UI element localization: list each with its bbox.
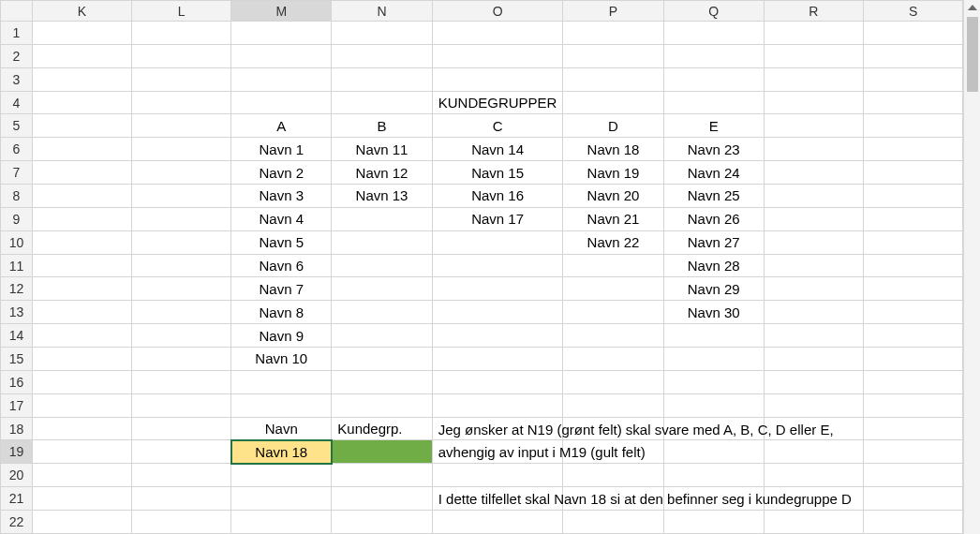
cell-N6[interactable]: Navn 11 [332,138,432,161]
cell-L14[interactable] [132,324,231,348]
cell-S12[interactable] [863,277,962,301]
cell-K20[interactable] [32,464,131,487]
cell-P13[interactable] [563,301,663,324]
cell-M11[interactable]: Navn 6 [231,254,332,277]
cell-L9[interactable] [132,207,231,230]
cell-N1[interactable] [332,22,432,45]
cell-P22[interactable] [563,511,663,534]
cell-L12[interactable] [132,277,231,301]
row-header-17[interactable]: 17 [1,393,33,417]
cell-P2[interactable] [563,44,663,67]
cell-O5[interactable]: C [432,114,563,138]
cell-N16[interactable] [332,370,432,393]
cell-Q16[interactable] [663,370,764,393]
cell-O1[interactable] [432,22,563,45]
column-header-Q[interactable]: Q [663,1,764,22]
cell-Q2[interactable] [663,44,764,67]
cell-M3[interactable] [231,67,332,91]
cell-L22[interactable] [132,511,231,534]
cell-R2[interactable] [764,44,863,67]
cell-O17[interactable] [432,393,563,417]
row-header-15[interactable]: 15 [1,348,33,371]
cell-R10[interactable] [764,230,863,254]
cell-N12[interactable] [332,277,432,301]
cell-L15[interactable] [132,348,231,371]
cell-Q19[interactable] [663,440,764,464]
cell-R20[interactable] [764,464,863,487]
cell-P15[interactable] [563,348,663,371]
cell-N8[interactable]: Navn 13 [332,185,432,208]
cell-P3[interactable] [563,67,663,91]
cell-L13[interactable] [132,301,231,324]
cell-O14[interactable] [432,324,563,348]
cell-S16[interactable] [863,370,962,393]
cell-N7[interactable]: Navn 12 [332,161,432,185]
row-header-19[interactable]: 19 [1,440,33,464]
cell-P12[interactable] [563,277,663,301]
cell-K4[interactable] [32,91,131,114]
cell-S11[interactable] [863,254,962,277]
cell-K13[interactable] [32,301,131,324]
cell-S13[interactable] [863,301,962,324]
cell-P16[interactable] [563,370,663,393]
cell-O7[interactable]: Navn 15 [432,161,563,185]
cell-O12[interactable] [432,277,563,301]
cell-M16[interactable] [231,370,332,393]
cell-Q12[interactable]: Navn 29 [663,277,764,301]
cell-S7[interactable] [863,161,962,185]
cell-S4[interactable] [863,91,962,114]
cell-L7[interactable] [132,161,231,185]
cell-N17[interactable] [332,393,432,417]
row-header-22[interactable]: 22 [1,511,33,534]
column-header-M[interactable]: M [231,1,332,22]
row-header-3[interactable]: 3 [1,67,33,91]
cell-S21[interactable] [863,487,962,511]
cell-R6[interactable] [764,138,863,161]
cell-L3[interactable] [132,67,231,91]
cell-K16[interactable] [32,370,131,393]
cell-S14[interactable] [863,324,962,348]
cell-N2[interactable] [332,44,432,67]
cell-P5[interactable]: D [563,114,663,138]
cell-Q10[interactable]: Navn 27 [663,230,764,254]
cell-S1[interactable] [863,22,962,45]
column-header-K[interactable]: K [32,1,131,22]
cell-P8[interactable]: Navn 20 [563,185,663,208]
cell-Q8[interactable]: Navn 25 [663,185,764,208]
cell-P6[interactable]: Navn 18 [563,138,663,161]
cell-R22[interactable] [764,511,863,534]
cell-N4[interactable] [332,91,432,114]
cell-L21[interactable] [132,487,231,511]
cell-O20[interactable] [432,464,563,487]
cell-K9[interactable] [32,207,131,230]
cell-K22[interactable] [32,511,131,534]
cell-Q22[interactable] [663,511,764,534]
cell-K15[interactable] [32,348,131,371]
cell-S18[interactable] [863,417,962,440]
cell-M13[interactable]: Navn 8 [231,301,332,324]
column-header-R[interactable]: R [764,1,863,22]
cell-N10[interactable] [332,230,432,254]
cell-Q7[interactable]: Navn 24 [663,161,764,185]
row-header-6[interactable]: 6 [1,138,33,161]
cell-S10[interactable] [863,230,962,254]
cell-O2[interactable] [432,44,563,67]
cell-Q1[interactable] [663,22,764,45]
cell-M6[interactable]: Navn 1 [231,138,332,161]
cell-N3[interactable] [332,67,432,91]
column-header-S[interactable]: S [863,1,962,22]
cell-S17[interactable] [863,393,962,417]
cell-P20[interactable] [563,464,663,487]
cell-O13[interactable] [432,301,563,324]
cell-Q11[interactable]: Navn 28 [663,254,764,277]
column-header-N[interactable]: N [332,1,432,22]
cell-O3[interactable] [432,67,563,91]
row-header-7[interactable]: 7 [1,161,33,185]
cell-R12[interactable] [764,277,863,301]
cell-R17[interactable] [764,393,863,417]
cell-L20[interactable] [132,464,231,487]
cell-S5[interactable] [863,114,962,138]
cell-M17[interactable] [231,393,332,417]
cell-S9[interactable] [863,207,962,230]
cell-R5[interactable] [764,114,863,138]
